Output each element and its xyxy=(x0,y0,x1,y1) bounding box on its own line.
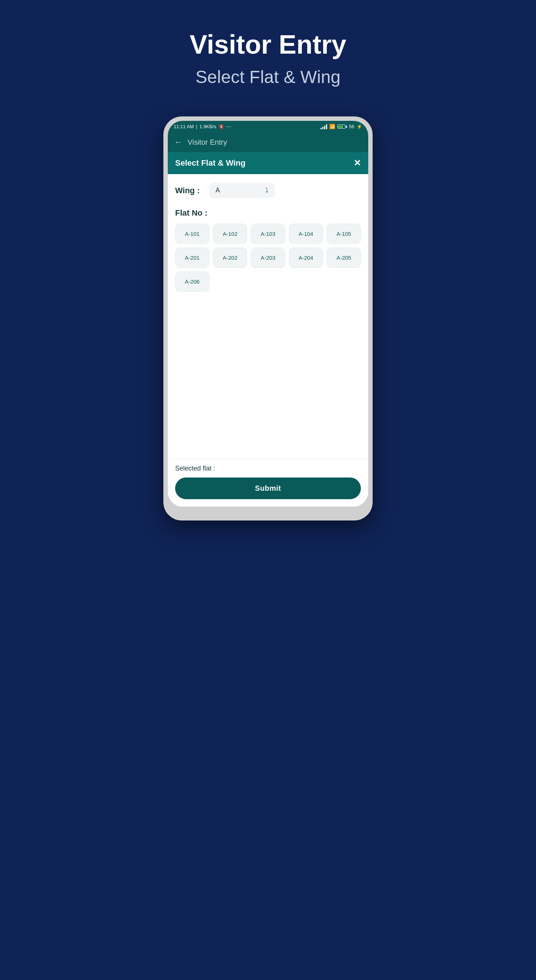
network-speed: | xyxy=(196,124,197,129)
selected-flat-text: Selected flat : xyxy=(175,465,361,473)
flat-item[interactable]: A-101 xyxy=(175,224,209,244)
phone-frame: 11:11 AM | 1.9KB/s 🔇 ⋯ 📶 xyxy=(163,116,373,520)
flat-item[interactable]: A-102 xyxy=(213,224,247,244)
chevron-down-icon: ⤵ xyxy=(265,186,268,194)
back-button[interactable]: ← xyxy=(174,137,182,147)
flat-item[interactable]: A-104 xyxy=(289,224,323,244)
status-bar: 11:11 AM | 1.9KB/s 🔇 ⋯ 📶 xyxy=(168,121,368,132)
mute-icon: 🔇 xyxy=(219,124,224,129)
network-speed-value: 1.9KB/s xyxy=(199,124,216,129)
wing-row: Wing : A ⤵ xyxy=(175,183,361,198)
page-title: Visitor Entry xyxy=(190,29,347,59)
wifi-icon: 📶 xyxy=(329,124,335,129)
page-subtitle: Select Flat & Wing xyxy=(196,67,341,87)
modal-header: Select Flat & Wing ✕ xyxy=(168,152,368,174)
battery-level: 56 xyxy=(349,124,354,129)
flat-item[interactable]: A-103 xyxy=(251,224,285,244)
topbar-title: Visitor Entry xyxy=(188,138,227,146)
app-topbar: ← Visitor Entry xyxy=(168,132,368,152)
flat-item[interactable]: A-203 xyxy=(251,248,285,268)
wing-label: Wing : xyxy=(175,186,205,196)
modal-content: Wing : A ⤵ Flat No : A-101A-102A-103A-10… xyxy=(168,174,368,459)
charging-icon: ⚡ xyxy=(357,124,362,129)
phone-inner: 11:11 AM | 1.9KB/s 🔇 ⋯ 📶 xyxy=(168,121,368,506)
modal-close-button[interactable]: ✕ xyxy=(354,158,361,168)
flat-item[interactable]: A-202 xyxy=(213,248,247,268)
battery-icon xyxy=(338,124,347,129)
flat-item[interactable]: A-204 xyxy=(289,248,323,268)
flat-item[interactable]: A-206 xyxy=(175,272,209,292)
time-display: 11:11 AM xyxy=(174,124,194,129)
flat-no-label: Flat No : xyxy=(175,208,361,218)
status-right: 📶 56 ⚡ xyxy=(320,124,362,129)
flat-grid: A-101A-102A-103A-104A-105A-201A-202A-203… xyxy=(175,224,361,292)
modal-title: Select Flat & Wing xyxy=(175,158,246,168)
flat-item[interactable]: A-205 xyxy=(327,248,361,268)
wing-value: A xyxy=(216,186,220,194)
wing-dropdown[interactable]: A ⤵ xyxy=(209,183,275,198)
flat-item[interactable]: A-105 xyxy=(327,224,361,244)
bottom-area: Selected flat : Submit xyxy=(168,459,368,506)
submit-button[interactable]: Submit xyxy=(175,477,361,499)
status-left: 11:11 AM | 1.9KB/s 🔇 ⋯ xyxy=(174,124,231,129)
more-icon: ⋯ xyxy=(227,124,231,129)
signal-icon xyxy=(320,124,327,129)
flat-item[interactable]: A-201 xyxy=(175,248,209,268)
